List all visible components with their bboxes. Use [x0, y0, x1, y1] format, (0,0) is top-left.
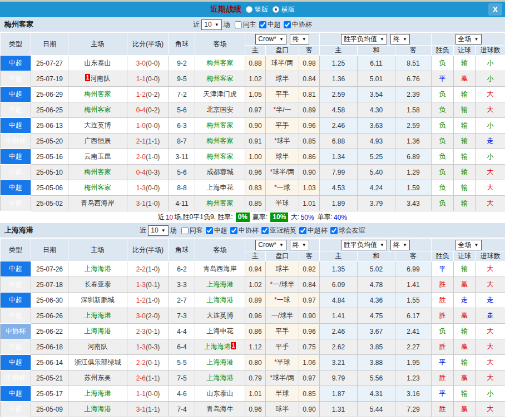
- games-count-select[interactable]: 10 ▼: [148, 225, 168, 236]
- avg-time-select[interactable]: 终▼: [390, 34, 410, 45]
- bookmaker-select[interactable]: Crow*▼: [255, 34, 286, 45]
- result-cell: 负: [432, 165, 454, 180]
- score-cell: 2-6(1-1): [127, 370, 169, 386]
- home-team-cell: 上海海港: [68, 324, 127, 339]
- filter-中超[interactable]: 中超: [256, 20, 281, 29]
- title-bar: 近期战绩 竖版 横版 X: [0, 2, 505, 17]
- sub-header: 和: [358, 251, 395, 261]
- odds-time-select[interactable]: 终▼: [290, 240, 309, 250]
- filter-label: 球会友谊: [339, 226, 365, 235]
- handicap-result-cell: 输: [454, 355, 476, 370]
- win-rate-badge: 0%: [236, 213, 250, 222]
- corners-cell: 5-6: [169, 165, 195, 180]
- avg-away-cell: 1.55: [395, 293, 432, 308]
- team-name: 大连英博: [85, 121, 111, 129]
- date-cell: 25-05-21: [31, 370, 68, 386]
- period-select[interactable]: 全场▼: [456, 240, 482, 250]
- league-type-cell: 中超: [1, 261, 31, 277]
- filter-中协杯[interactable]: 中协杯: [227, 226, 259, 235]
- filter-checkbox[interactable]: [181, 227, 189, 234]
- away-odds-cell: 1.01: [299, 196, 320, 211]
- date-cell: 25-05-02: [31, 196, 68, 211]
- handicap-cell: *一球: [266, 180, 299, 196]
- filter-checkbox[interactable]: [206, 227, 213, 234]
- goals-result-cell: 小: [476, 71, 505, 87]
- games-count-select[interactable]: 10 ▼: [201, 19, 221, 30]
- filter-checkbox[interactable]: [299, 227, 306, 234]
- avg-time-select[interactable]: 终▼: [390, 240, 410, 250]
- avg-odds-select[interactable]: 胜平负均值▼: [341, 34, 387, 45]
- result-cell: 胜: [432, 370, 454, 386]
- home-team-cell: 上海海港: [68, 261, 127, 277]
- radio-icon[interactable]: [273, 6, 279, 13]
- team-name: 梅州客家: [85, 168, 111, 176]
- avg-draw-cell: 3.79: [358, 196, 395, 211]
- league-type-cell: 中超: [1, 293, 31, 308]
- home-odds-cell: 0.80: [245, 355, 266, 370]
- filter-checkbox[interactable]: [235, 21, 242, 28]
- filter-checkbox[interactable]: [261, 227, 269, 234]
- layout-vertical-radio[interactable]: 竖版: [246, 5, 268, 14]
- avg-away-cell: 6.17: [395, 308, 432, 324]
- filter-label: 中超杯: [308, 226, 328, 235]
- avg-odds-select[interactable]: 胜平负均值▼: [341, 240, 387, 250]
- layout-horizontal-radio[interactable]: 横版: [273, 5, 295, 14]
- handicap-result-cell: 输: [454, 87, 476, 102]
- radio-icon[interactable]: [246, 6, 253, 13]
- filter-中超杯[interactable]: 中超杯: [296, 226, 328, 235]
- result-cell: 负: [432, 134, 454, 149]
- filter-checkbox[interactable]: [259, 21, 266, 28]
- filter-中协杯[interactable]: 中协杯: [281, 20, 312, 29]
- home-odds-cell: 0.97: [245, 102, 266, 118]
- handicap-cell: 半球: [266, 196, 299, 211]
- match-row: 中超25-05-06梅州客家1-3(0-0)8-8上海申花0.83*一球1.03…: [1, 180, 505, 196]
- rank-badge: 1: [85, 74, 91, 81]
- goals-result-cell: 大: [476, 324, 505, 339]
- avg-away-cell: 1.29: [395, 165, 432, 180]
- handicap-result-cell: 赢: [454, 308, 476, 324]
- home-team-cell: 1河南队: [68, 71, 127, 87]
- filter-area: 近 10 ▼ 场 同主中超中协杯: [193, 19, 311, 30]
- away-odds-cell: 0.90: [299, 402, 320, 417]
- handicap-cell: *球半/两: [266, 165, 299, 180]
- sub-header: 进球数: [476, 46, 505, 56]
- goals-result-cell: 大: [476, 165, 505, 180]
- period-select[interactable]: 全场▼: [456, 34, 482, 45]
- filter-同主[interactable]: 同主: [232, 20, 256, 29]
- home-odds-cell: 0.86: [245, 324, 266, 339]
- avg-draw-cell: 6.11: [358, 56, 395, 71]
- score-cell: 1-3(0-0): [127, 180, 169, 196]
- result-cell: 胜: [432, 339, 454, 355]
- away-odds-cell: 0.90: [299, 165, 320, 180]
- home-team-cell: 河南队: [68, 339, 127, 355]
- filter-checkbox[interactable]: [330, 227, 338, 234]
- filter-亚冠精英[interactable]: 亚冠精英: [259, 226, 296, 235]
- big-rate: 50%: [301, 214, 314, 221]
- handicap-cell: 球半/两: [266, 56, 299, 71]
- team-name: 成都蓉城: [207, 168, 234, 176]
- goals-result-cell: 小: [476, 149, 505, 165]
- match-row: 中超25-07-26上海海港2-2(1-0)6-2青岛西海岸0.94球半0.92…: [1, 261, 505, 277]
- close-button[interactable]: X: [488, 3, 502, 16]
- handicap-cell: 平手: [266, 324, 299, 339]
- bookmaker-select[interactable]: Crow*▼: [255, 240, 286, 250]
- avg-home-cell: 4.84: [320, 293, 358, 308]
- handicap-result-cell: 输: [454, 56, 476, 71]
- filter-中超[interactable]: 中超: [203, 226, 227, 235]
- away-team-cell: 青岛海牛: [195, 402, 245, 417]
- away-odds-cell: 0.92: [299, 261, 320, 277]
- filter-checkbox[interactable]: [284, 21, 291, 28]
- corners-cell: 7-4: [169, 402, 195, 417]
- score-cell: 3-1(1-1): [127, 402, 169, 417]
- away-odds-cell: 0.98: [299, 56, 320, 71]
- col-header-date: 日期: [31, 239, 68, 261]
- filter-checkbox[interactable]: [230, 227, 237, 234]
- odds-time-select[interactable]: 终▼: [290, 34, 309, 45]
- filter-球会友谊[interactable]: 球会友谊: [328, 226, 365, 235]
- away-odds-cell: 0.84: [299, 71, 320, 87]
- corners-cell: 3-3: [169, 277, 195, 293]
- team-name: 梅州客家: [4, 19, 33, 29]
- filter-同客[interactable]: 同客: [179, 226, 203, 235]
- score-cell: 1-2(1-0): [127, 293, 169, 308]
- results-table-meizhou: 类型 日期 主场 比分(半场) 角球 客场 Crow*▼ 终▼ 胜平负均值▼ 终…: [0, 32, 505, 211]
